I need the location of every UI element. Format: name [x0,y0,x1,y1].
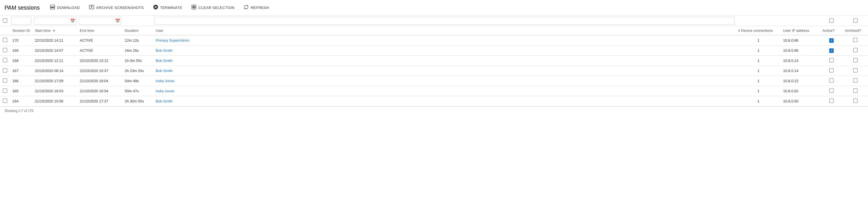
cell-start-time: 22/10/2020 14:11 [33,35,78,46]
select-all-checkbox[interactable] [3,18,7,23]
cell-active[interactable] [820,86,843,96]
active-filter-checkbox[interactable] [829,18,834,23]
archived-filter-checkbox[interactable] [853,18,858,23]
archived-checkbox[interactable] [853,48,858,52]
col-header-ip: User IP address [781,26,820,35]
clear-selection-button[interactable]: CLEAR SELECTION [188,3,238,13]
row-checkbox[interactable] [3,78,7,83]
cell-archived[interactable] [843,96,868,106]
cell-session-id: 168 [10,56,33,66]
status-footer: Showing 1-7 of 170 [0,106,868,115]
col-header-connections: # Device connections [736,26,781,35]
user-link[interactable]: Bob Smith [156,48,173,53]
archived-checkbox[interactable] [853,68,858,73]
user-link[interactable]: Bob Smith [156,58,173,63]
active-checkbox[interactable] [829,78,834,83]
user-link[interactable]: Bob Smith [156,99,173,103]
archive-icon [89,4,94,11]
cell-duration: 2h 30m 55s [123,96,153,106]
active-checkbox[interactable] [829,58,834,62]
cell-session-id: 170 [10,35,33,46]
archived-checkbox[interactable] [853,99,858,103]
cell-archived[interactable] [843,56,868,66]
cell-archived[interactable] [843,35,868,46]
cell-archived[interactable] [843,46,868,56]
cell-archived[interactable] [843,86,868,96]
cell-ip: 10.8.0.22 [781,76,820,86]
active-checkbox[interactable] [829,99,834,103]
cell-user[interactable]: India Jones [153,86,736,96]
active-checkbox[interactable]: ✓ [829,48,834,53]
cell-active[interactable] [820,96,843,106]
cell-active[interactable]: ✓ [820,46,843,56]
row-checkbox[interactable] [3,48,7,52]
archived-checkbox[interactable] [853,78,858,83]
filter-row: 📅 📅 [0,16,868,26]
cell-session-id: 166 [10,76,33,86]
table-row: 17022/10/2020 14:11ACTIVE12m 12sPrimary … [0,35,868,46]
row-checkbox[interactable] [3,38,7,42]
download-button[interactable]: CSV DOWNLOAD [46,3,83,13]
cell-user[interactable]: Bob Smith [153,66,736,76]
cell-ip: 10.8.0.86 [781,35,820,46]
row-checkbox[interactable] [3,88,7,93]
active-checkbox[interactable] [829,68,834,73]
cell-connections: 1 [736,35,781,46]
cell-archived[interactable] [843,76,868,86]
active-checkbox[interactable] [829,88,834,93]
archived-checkbox[interactable] [853,88,858,93]
user-link[interactable]: India Jones [156,89,175,93]
cell-active[interactable] [820,76,843,86]
user-link[interactable]: Bob Smith [156,69,173,73]
cell-user[interactable]: Bob Smith [153,46,736,56]
col-header-session-id: Session ID [10,26,33,35]
cell-end-time: 21/10/2020 18:04 [78,76,123,86]
user-filter[interactable] [155,17,735,25]
cell-start-time: 22/10/2020 14:07 [33,46,78,56]
cell-duration: 12m 12s [123,35,153,46]
active-checkbox[interactable]: ✓ [829,38,834,43]
refresh-button[interactable]: REFRESH [240,3,273,13]
cell-user[interactable]: India Jones [153,76,736,86]
archived-checkbox[interactable] [853,58,858,62]
cell-user[interactable]: Bob Smith [153,56,736,66]
user-link[interactable]: India Jones [156,79,175,83]
col-header-active: Active? [820,26,843,35]
row-checkbox[interactable] [3,68,7,73]
cell-active[interactable] [820,66,843,76]
terminate-button[interactable]: TERMINATE [150,3,186,13]
cell-user[interactable]: Bob Smith [153,96,736,106]
start-time-filter[interactable]: 📅 [34,17,76,25]
cell-active[interactable]: ✓ [820,35,843,46]
svg-rect-9 [192,7,194,9]
end-time-filter[interactable]: 📅 [79,17,121,25]
cell-duration: 2h 23m 20s [123,66,153,76]
table-row: 16421/10/2020 15:0621/10/2020 17:372h 30… [0,96,868,106]
session-id-filter[interactable] [11,17,31,25]
col-header-user: User [153,26,736,35]
col-header-duration: Duration [123,26,153,35]
cell-session-id: 165 [10,86,33,96]
cell-end-time: 22/10/2020 10:37 [78,66,123,76]
cell-start-time: 22/10/2020 08:14 [33,66,78,76]
svg-text:CSV: CSV [51,6,55,8]
archived-checkbox[interactable] [853,38,858,42]
cell-active[interactable] [820,56,843,66]
archive-screenshots-button[interactable]: ARCHIVE SCREENSHOTS [86,3,147,13]
row-checkbox[interactable] [3,58,7,62]
col-header-start-time[interactable]: Start time ▼ [33,26,78,35]
cell-user[interactable]: Primary SuperAdmin [153,35,736,46]
table-row: 16521/10/2020 16:0321/10/2020 16:5450m 4… [0,86,868,96]
cell-end-time: ACTIVE [78,35,123,46]
col-header-end-time[interactable]: End time [78,26,123,35]
cell-end-time: 22/10/2020 13:12 [78,56,123,66]
row-checkbox[interactable] [3,99,7,103]
cell-archived[interactable] [843,66,868,76]
refresh-icon [243,4,249,11]
cell-start-time: 22/10/2020 12:11 [33,56,78,66]
table-container: 📅 📅 [0,16,868,106]
cell-end-time: 21/10/2020 16:54 [78,86,123,96]
sort-arrow-start: ▼ [53,29,55,32]
cell-duration: 1h 0m 55s [123,56,153,66]
user-link[interactable]: Primary SuperAdmin [156,38,189,43]
